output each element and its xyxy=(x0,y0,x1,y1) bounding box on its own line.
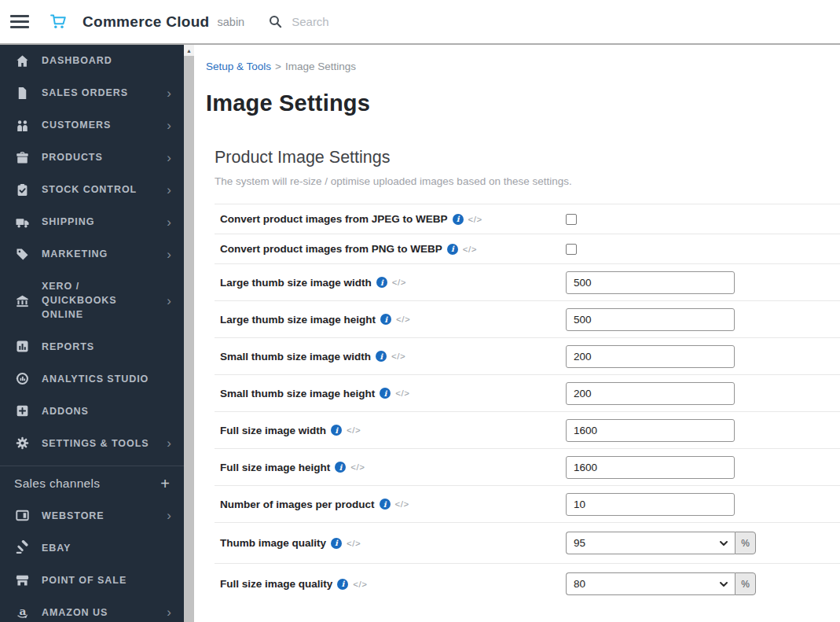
sidebar-item-label: SALES ORDERS xyxy=(42,86,128,100)
code-icon[interactable]: </> xyxy=(347,539,361,548)
full-size-image-width-input[interactable] xyxy=(566,419,735,442)
info-icon[interactable]: i xyxy=(380,388,391,399)
form-label-text: Number of images per product xyxy=(220,499,375,510)
sidebar-item-products[interactable]: PRODUCTS› xyxy=(0,142,184,174)
form-label-text: Small thumb size image height xyxy=(220,388,375,399)
add-sales-channel-button[interactable]: + xyxy=(160,476,170,491)
large-thumb-size-image-height-input[interactable] xyxy=(566,308,735,331)
menu-icon[interactable] xyxy=(10,15,31,28)
sidebar-item-webstore[interactable]: WEBSTORE› xyxy=(0,499,184,532)
sidebar-item-stock-control[interactable]: STOCK CONTROL› xyxy=(0,174,184,206)
code-icon[interactable]: </> xyxy=(396,315,410,324)
breadcrumb-link-setup-tools[interactable]: Setup & Tools xyxy=(206,61,271,72)
info-icon[interactable]: i xyxy=(447,244,458,255)
code-icon[interactable]: </> xyxy=(463,245,477,254)
brand-title[interactable]: Commerce Cloud xyxy=(83,13,210,31)
user-label: sabin xyxy=(218,16,245,28)
truck-icon xyxy=(14,215,30,230)
form-label: Small thumb size image heighti</> xyxy=(215,388,566,399)
amazon-icon: a xyxy=(14,605,30,620)
sidebar-item-shipping[interactable]: SHIPPING› xyxy=(0,206,184,238)
sidebar-item-amazon-us[interactable]: aAMAZON US› xyxy=(0,596,184,622)
large-thumb-size-image-width-input[interactable] xyxy=(566,271,735,294)
search-icon[interactable] xyxy=(268,14,283,29)
form-label: Large thumb size image heighti</> xyxy=(215,314,566,326)
sidebar-item-customers[interactable]: CUSTOMERS› xyxy=(0,109,184,142)
code-icon[interactable]: </> xyxy=(395,499,409,509)
info-icon[interactable]: i xyxy=(376,351,387,362)
sidebar-item-label: ADDONS xyxy=(42,404,89,418)
scrollbar-thumb[interactable] xyxy=(184,56,194,622)
chevron-right-icon: › xyxy=(163,151,171,164)
code-icon[interactable]: </> xyxy=(347,425,361,435)
breadcrumb: Setup & Tools>Image Settings xyxy=(206,61,840,72)
top-header: Commerce Cloud sabin xyxy=(0,0,840,45)
breadcrumb-current: Image Settings xyxy=(285,61,356,72)
unit-percent-addon: % xyxy=(735,572,756,595)
content-scrollbar[interactable]: ▲ xyxy=(184,45,194,622)
select-wrap: 80 xyxy=(566,572,735,595)
sidebar-item-analytics-studio[interactable]: ANALYTICS STUDIO xyxy=(0,363,184,395)
sidebar-item-label: STOCK CONTROL xyxy=(42,182,137,197)
info-icon[interactable]: i xyxy=(453,214,464,225)
sidebar-item-ebay[interactable]: EBAY xyxy=(0,532,184,564)
convert-product-images-from-png-to-webp-checkbox[interactable] xyxy=(566,244,577,255)
form-row-full-size-image-width: Full size image widthi</> xyxy=(215,411,840,448)
small-thumb-size-image-width-input[interactable] xyxy=(566,345,735,368)
small-thumb-size-image-height-input[interactable] xyxy=(566,382,735,405)
form-row-full-size-image-height: Full size image heighti</> xyxy=(215,448,840,485)
form-control xyxy=(566,345,735,368)
info-icon[interactable]: i xyxy=(335,462,346,473)
sidebar-item-addons[interactable]: ADDONS xyxy=(0,395,184,427)
info-icon[interactable]: i xyxy=(380,499,391,510)
number-of-images-per-product-input[interactable] xyxy=(566,493,735,516)
scroll-up-arrow-icon[interactable]: ▲ xyxy=(184,45,194,56)
gear-icon xyxy=(14,436,30,451)
info-icon[interactable]: i xyxy=(376,277,387,288)
sidebar-channels-nav: WEBSTORE›EBAYPOINT OF SALEaAMAZON US› xyxy=(0,499,184,622)
analytics-icon xyxy=(14,371,30,386)
sidebar-item-reports[interactable]: REPORTS xyxy=(0,330,184,363)
sidebar-item-point-of-sale[interactable]: POINT OF SALE xyxy=(0,564,184,596)
form-label: Convert product images from PNG to WEBPi… xyxy=(215,243,566,255)
code-icon[interactable]: </> xyxy=(350,462,365,472)
info-icon[interactable]: i xyxy=(331,538,342,549)
form-row-convert-product-images-from-jpeg-to-webp: Convert product images from JPEG to WEBP… xyxy=(215,204,840,234)
full-size-image-height-input[interactable] xyxy=(566,456,735,479)
form-control xyxy=(566,244,577,255)
home-icon xyxy=(14,53,30,68)
sidebar-item-label: MARKETING xyxy=(42,247,108,261)
full-size-image-quality-select[interactable]: 80 xyxy=(566,572,735,595)
form-label-text: Full size image width xyxy=(220,425,326,436)
thumb-image-quality-select[interactable]: 95 xyxy=(566,532,735,554)
code-icon[interactable]: </> xyxy=(468,215,482,224)
search-input[interactable] xyxy=(292,15,441,28)
form-label: Full size image heighti</> xyxy=(215,462,566,473)
sidebar-item-dashboard[interactable]: DASHBOARD xyxy=(0,45,184,77)
sidebar-item-label: AMAZON US xyxy=(42,605,108,620)
form-control: 95% xyxy=(566,532,756,554)
info-icon[interactable]: i xyxy=(380,314,391,325)
sales-channels-header: Sales channels + xyxy=(0,466,184,499)
code-icon[interactable]: </> xyxy=(353,580,367,589)
form-label-text: Full size image height xyxy=(220,462,330,473)
info-icon[interactable]: i xyxy=(331,425,342,436)
bank-icon xyxy=(14,293,30,308)
breadcrumb-separator: > xyxy=(275,61,281,72)
chevron-right-icon: › xyxy=(163,215,171,229)
code-icon[interactable]: </> xyxy=(395,388,409,398)
info-icon[interactable]: i xyxy=(337,579,348,590)
code-icon[interactable]: </> xyxy=(392,278,406,287)
sidebar-item-xero-quickbooks-online[interactable]: XERO / QUICKBOOKS ONLINE› xyxy=(0,271,184,330)
form-label: Convert product images from JPEG to WEBP… xyxy=(215,213,566,225)
cart-icon[interactable] xyxy=(50,13,68,31)
code-icon[interactable]: </> xyxy=(391,351,405,361)
sidebar-item-settings-tools[interactable]: SETTINGS & TOOLS› xyxy=(0,427,184,459)
svg-text:a: a xyxy=(19,605,26,617)
sidebar-item-sales-orders[interactable]: SALES ORDERS› xyxy=(0,77,184,109)
sidebar-item-marketing[interactable]: MARKETING› xyxy=(0,238,184,271)
sidebar-item-label: SHIPPING xyxy=(42,215,94,229)
convert-product-images-from-jpeg-to-webp-checkbox[interactable] xyxy=(566,214,577,225)
form-row-small-thumb-size-image-height: Small thumb size image heighti</> xyxy=(215,374,840,411)
product-image-settings-section: Product Image Settings The system will r… xyxy=(215,148,840,187)
